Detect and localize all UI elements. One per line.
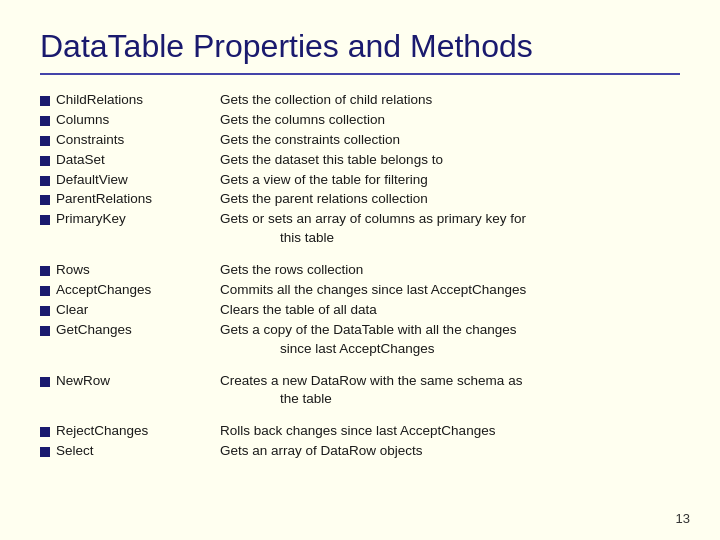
section-4: RejectChanges Rolls back changes since l…: [40, 422, 680, 462]
table-row: Constraints Gets the constraints collect…: [40, 131, 680, 150]
item-desc: Gets the columns collection: [220, 111, 680, 130]
bullet-icon: [40, 136, 50, 146]
item-desc: Clears the table of all data: [220, 301, 680, 320]
bullet-icon: [40, 306, 50, 316]
item-desc: Gets the rows collection: [220, 261, 680, 280]
bullet-icon: [40, 326, 50, 336]
item-desc: Gets a view of the table for filtering: [220, 171, 680, 190]
item-desc: Rolls back changes since last AcceptChan…: [220, 422, 680, 441]
section-1: ChildRelations Gets the collection of ch…: [40, 91, 680, 249]
table-row: ParentRelations Gets the parent relation…: [40, 190, 680, 209]
table-row: NewRow Creates a new DataRow with the sa…: [40, 372, 680, 410]
page-number: 13: [676, 511, 690, 526]
item-name: Clear: [56, 302, 88, 317]
table-row: Clear Clears the table of all data: [40, 301, 680, 320]
bullet-icon: [40, 377, 50, 387]
item-name: DefaultView: [56, 172, 128, 187]
item-desc: Gets an array of DataRow objects: [220, 442, 680, 461]
item-desc: Gets the constraints collection: [220, 131, 680, 150]
bullet-icon: [40, 286, 50, 296]
item-name: Rows: [56, 262, 90, 277]
item-name: ChildRelations: [56, 92, 143, 107]
item-desc: Gets the parent relations collection: [220, 190, 680, 209]
table-row: DefaultView Gets a view of the table for…: [40, 171, 680, 190]
table-row: Columns Gets the columns collection: [40, 111, 680, 130]
item-desc: Creates a new DataRow with the same sche…: [220, 372, 680, 410]
bullet-icon: [40, 176, 50, 186]
table-row: Rows Gets the rows collection: [40, 261, 680, 280]
item-name: PrimaryKey: [56, 211, 126, 226]
bullet-icon: [40, 266, 50, 276]
table-row: DataSet Gets the dataset this table belo…: [40, 151, 680, 170]
item-name: ParentRelations: [56, 191, 152, 206]
bullet-icon: [40, 447, 50, 457]
item-desc: Gets or sets an array of columns as prim…: [220, 210, 680, 248]
table-row: ChildRelations Gets the collection of ch…: [40, 91, 680, 110]
table-row: PrimaryKey Gets or sets an array of colu…: [40, 210, 680, 248]
bullet-icon: [40, 96, 50, 106]
content-area: ChildRelations Gets the collection of ch…: [40, 91, 680, 466]
bullet-icon: [40, 116, 50, 126]
item-desc: Gets the dataset this table belongs to: [220, 151, 680, 170]
bullet-icon: [40, 427, 50, 437]
table-row: AcceptChanges Commits all the changes si…: [40, 281, 680, 300]
item-name: Constraints: [56, 132, 124, 147]
item-name: NewRow: [56, 373, 110, 388]
item-desc: Gets a copy of the DataTable with all th…: [220, 321, 680, 359]
slide: DataTable Properties and Methods ChildRe…: [0, 0, 720, 540]
table-row: GetChanges Gets a copy of the DataTable …: [40, 321, 680, 359]
item-name: RejectChanges: [56, 423, 148, 438]
bullet-icon: [40, 215, 50, 225]
item-name: Columns: [56, 112, 109, 127]
page-title: DataTable Properties and Methods: [40, 28, 680, 75]
item-name: AcceptChanges: [56, 282, 151, 297]
section-2: Rows Gets the rows collection AcceptChan…: [40, 261, 680, 359]
bullet-icon: [40, 156, 50, 166]
item-name: Select: [56, 443, 94, 458]
item-desc: Commits all the changes since last Accep…: [220, 281, 680, 300]
table-row: RejectChanges Rolls back changes since l…: [40, 422, 680, 441]
table-row: Select Gets an array of DataRow objects: [40, 442, 680, 461]
item-name: GetChanges: [56, 322, 132, 337]
item-name: DataSet: [56, 152, 105, 167]
section-3: NewRow Creates a new DataRow with the sa…: [40, 372, 680, 411]
item-desc: Gets the collection of child relations: [220, 91, 680, 110]
bullet-icon: [40, 195, 50, 205]
